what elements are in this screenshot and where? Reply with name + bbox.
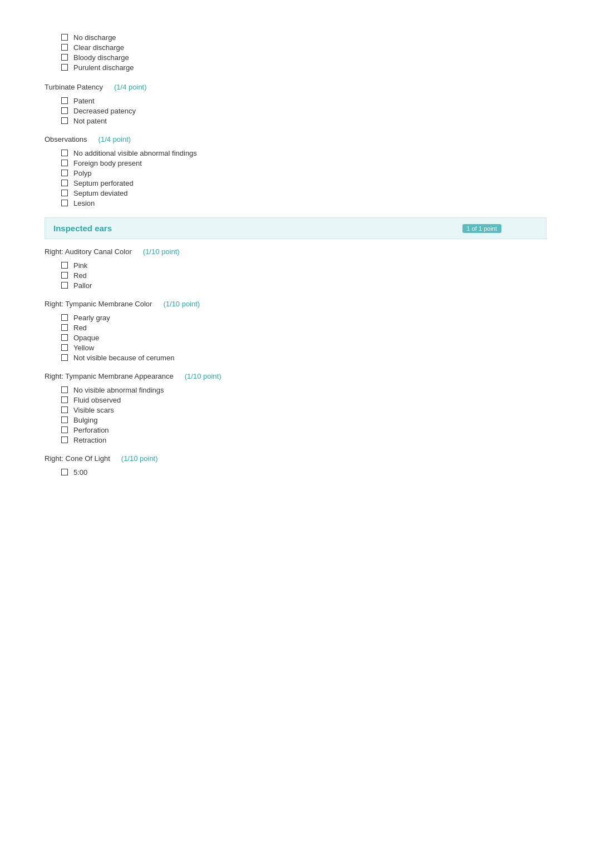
list-item: Septum deviated bbox=[45, 189, 546, 197]
list-item-text: Red bbox=[73, 324, 87, 332]
list-item: No discharge bbox=[45, 33, 546, 42]
list-item-text: Retraction bbox=[73, 436, 106, 444]
inspected-ears-badge: 1 of 1 point bbox=[462, 224, 501, 233]
right-auditory-canal-title: Right: Auditory Canal Color bbox=[45, 247, 132, 256]
list-item-text: Not visible because of cerumen bbox=[73, 354, 174, 362]
list-item-text: Decreased patency bbox=[73, 107, 136, 115]
bullet-icon bbox=[61, 282, 68, 289]
list-item: Bulging bbox=[45, 416, 546, 424]
turbinate-patency-header: Turbinate Patency (1/4 point) bbox=[45, 83, 546, 91]
bullet-icon bbox=[61, 272, 68, 279]
right-tympanic-membrane-color-points: (1/10 point) bbox=[163, 300, 200, 308]
list-item: Foreign body present bbox=[45, 159, 546, 167]
list-item: Pearly gray bbox=[45, 314, 546, 322]
observations-header: Observations (1/4 point) bbox=[45, 135, 546, 143]
bullet-icon bbox=[61, 44, 68, 51]
inspected-ears-title: Inspected ears bbox=[53, 224, 112, 233]
list-item: Septum perforated bbox=[45, 179, 546, 187]
list-item: Perforation bbox=[45, 426, 546, 434]
list-item-text: Lesion bbox=[73, 199, 95, 207]
bullet-icon bbox=[61, 170, 68, 176]
list-item-text: Foreign body present bbox=[73, 159, 142, 167]
list-item-text: Red bbox=[73, 271, 87, 280]
list-item-text: Pink bbox=[73, 261, 87, 270]
observations-section: Observations (1/4 point) No additional v… bbox=[45, 135, 546, 207]
right-cone-of-light-header: Right: Cone Of Light (1/10 point) bbox=[45, 454, 546, 463]
list-item-text: Septum perforated bbox=[73, 179, 134, 187]
turbinate-patency-list: PatentDecreased patencyNot patent bbox=[45, 97, 546, 125]
bullet-icon bbox=[61, 386, 68, 393]
list-item-text: Pearly gray bbox=[73, 314, 110, 322]
right-cone-of-light-title: Right: Cone Of Light bbox=[45, 454, 110, 463]
bullet-icon bbox=[61, 344, 68, 351]
list-item-text: Fluid observed bbox=[73, 396, 121, 404]
list-item-text: Bloody discharge bbox=[73, 53, 129, 62]
list-item-text: Visible scars bbox=[73, 406, 114, 414]
list-item: Retraction bbox=[45, 436, 546, 444]
list-item-text: No discharge bbox=[73, 33, 116, 42]
list-item: Lesion bbox=[45, 199, 546, 207]
right-tympanic-membrane-appearance-section: Right: Tympanic Membrane Appearance (1/1… bbox=[45, 372, 546, 444]
list-item: Red bbox=[45, 324, 546, 332]
list-item: Not visible because of cerumen bbox=[45, 354, 546, 362]
bullet-icon bbox=[61, 107, 68, 114]
bullet-icon bbox=[61, 190, 68, 196]
list-item: Bloody discharge bbox=[45, 53, 546, 62]
bullet-icon bbox=[61, 150, 68, 156]
list-item-text: Not patent bbox=[73, 117, 107, 125]
bullet-icon bbox=[61, 314, 68, 321]
bullet-icon bbox=[61, 117, 68, 124]
list-item: Fluid observed bbox=[45, 396, 546, 404]
bullet-icon bbox=[61, 426, 68, 433]
list-item: Yellow bbox=[45, 344, 546, 352]
right-cone-of-light-section: Right: Cone Of Light (1/10 point) 5:00 bbox=[45, 454, 546, 477]
observations-points: (1/4 point) bbox=[98, 135, 131, 143]
list-item-text: Septum deviated bbox=[73, 189, 128, 197]
bullet-icon bbox=[61, 180, 68, 186]
bullet-icon bbox=[61, 354, 68, 361]
turbinate-patency-section: Turbinate Patency (1/4 point) PatentDecr… bbox=[45, 83, 546, 125]
list-item: Pink bbox=[45, 261, 546, 270]
list-item-text: No visible abnormal findings bbox=[73, 386, 164, 394]
list-item-text: Purulent discharge bbox=[73, 63, 134, 72]
turbinate-patency-points: (1/4 point) bbox=[114, 83, 147, 91]
list-item: Patent bbox=[45, 97, 546, 105]
list-item-text: Patent bbox=[73, 97, 95, 105]
list-item: Not patent bbox=[45, 117, 546, 125]
list-item: 5:00 bbox=[45, 468, 546, 477]
bullet-icon bbox=[61, 437, 68, 443]
bullet-icon bbox=[61, 97, 68, 104]
bullet-icon bbox=[61, 324, 68, 331]
discharge-list: No dischargeClear dischargeBloody discha… bbox=[45, 33, 546, 72]
inspected-ears-section: Inspected ears 1 of 1 point bbox=[45, 217, 546, 239]
right-tympanic-membrane-appearance-header: Right: Tympanic Membrane Appearance (1/1… bbox=[45, 372, 546, 380]
bullet-icon bbox=[61, 34, 68, 41]
bullet-icon bbox=[61, 64, 68, 71]
discharge-section: No dischargeClear dischargeBloody discha… bbox=[45, 33, 546, 72]
right-cone-of-light-points: (1/10 point) bbox=[121, 454, 158, 463]
list-item-text: 5:00 bbox=[73, 468, 87, 477]
bullet-icon bbox=[61, 469, 68, 475]
list-item: Pallor bbox=[45, 281, 546, 290]
right-tympanic-membrane-color-title: Right: Tympanic Membrane Color bbox=[45, 300, 152, 308]
bullet-icon bbox=[61, 200, 68, 206]
list-item: Clear discharge bbox=[45, 43, 546, 52]
list-item-text: Bulging bbox=[73, 416, 97, 424]
list-item-text: Opaque bbox=[73, 334, 99, 342]
list-item: Decreased patency bbox=[45, 107, 546, 115]
right-tympanic-membrane-color-list: Pearly grayRedOpaqueYellowNot visible be… bbox=[45, 314, 546, 362]
list-item-text: No additional visible abnormal findings bbox=[73, 149, 197, 157]
list-item: Purulent discharge bbox=[45, 63, 546, 72]
right-tympanic-membrane-appearance-title: Right: Tympanic Membrane Appearance bbox=[45, 372, 174, 380]
bullet-icon bbox=[61, 334, 68, 341]
right-auditory-canal-header: Right: Auditory Canal Color (1/10 point) bbox=[45, 247, 546, 256]
right-tympanic-membrane-appearance-list: No visible abnormal findingsFluid observ… bbox=[45, 386, 546, 444]
bullet-icon bbox=[61, 262, 68, 269]
list-item: No visible abnormal findings bbox=[45, 386, 546, 394]
right-cone-of-light-list: 5:00 bbox=[45, 468, 546, 477]
right-tympanic-membrane-color-header: Right: Tympanic Membrane Color (1/10 poi… bbox=[45, 300, 546, 308]
list-item: No additional visible abnormal findings bbox=[45, 149, 546, 157]
right-auditory-canal-points: (1/10 point) bbox=[143, 247, 180, 256]
bullet-icon bbox=[61, 396, 68, 403]
observations-title: Observations bbox=[45, 135, 87, 143]
